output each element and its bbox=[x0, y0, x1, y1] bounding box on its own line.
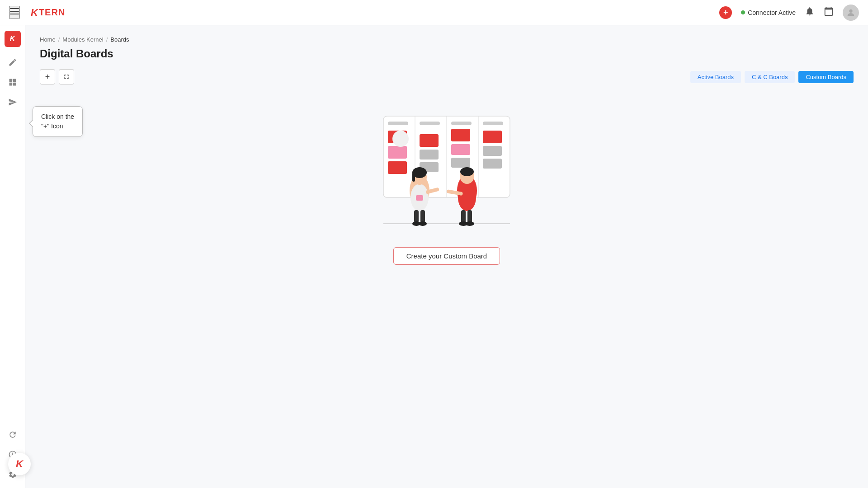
svg-rect-22 bbox=[451, 129, 470, 141]
svg-rect-31 bbox=[416, 195, 423, 201]
svg-rect-15 bbox=[483, 122, 503, 125]
svg-point-3 bbox=[849, 9, 852, 12]
logo: K TERN bbox=[31, 7, 65, 19]
sidebar-grid-icon[interactable] bbox=[5, 74, 21, 90]
tab-cc-boards[interactable]: C & C Boards bbox=[745, 71, 795, 83]
svg-rect-5 bbox=[13, 79, 16, 82]
toolbar: + Active Boards C & C Boards Custom Boar… bbox=[40, 69, 854, 84]
breadcrumb-home[interactable]: Home bbox=[40, 36, 56, 43]
illustration-area: Create your Custom Board bbox=[40, 103, 854, 265]
add-board-button[interactable]: + bbox=[40, 69, 55, 84]
avatar[interactable] bbox=[843, 5, 859, 21]
sidebar-badge: K bbox=[5, 31, 21, 47]
illustration-wrapper bbox=[347, 103, 546, 238]
tab-custom-boards[interactable]: Custom Boards bbox=[798, 71, 854, 83]
breadcrumb: Home / Modules Kernel / Boards bbox=[40, 36, 854, 43]
svg-rect-27 bbox=[483, 159, 502, 169]
breadcrumb-sep1: / bbox=[58, 36, 60, 43]
create-custom-board-button[interactable]: Create your Custom Board bbox=[393, 247, 500, 265]
svg-rect-24 bbox=[451, 158, 470, 168]
sidebar: K bbox=[0, 25, 25, 488]
board-illustration bbox=[347, 103, 546, 238]
svg-rect-19 bbox=[420, 134, 439, 147]
connector-label: Connector Active bbox=[748, 9, 796, 16]
connector-dot bbox=[741, 10, 745, 14]
topbar-actions: + Connector Active bbox=[719, 5, 859, 21]
svg-rect-26 bbox=[483, 146, 502, 156]
page-title: Digital Boards bbox=[40, 47, 854, 60]
svg-rect-4 bbox=[9, 79, 12, 82]
breadcrumb-current: Boards bbox=[110, 36, 129, 43]
tooltip-line2: "+" Icon bbox=[41, 122, 63, 130]
calendar-icon[interactable] bbox=[824, 6, 834, 19]
sidebar-edit-icon[interactable] bbox=[5, 54, 21, 70]
tab-active-boards[interactable]: Active Boards bbox=[690, 71, 741, 83]
toolbar-left: + bbox=[40, 69, 74, 84]
notification-icon[interactable] bbox=[805, 6, 815, 19]
svg-rect-20 bbox=[420, 150, 439, 160]
tooltip-line1: Click on the bbox=[41, 113, 74, 120]
svg-rect-1 bbox=[10, 11, 19, 12]
sidebar-send-icon[interactable] bbox=[5, 94, 21, 110]
svg-point-49 bbox=[392, 131, 409, 147]
svg-rect-17 bbox=[388, 146, 407, 159]
topbar: K TERN + Connector Active bbox=[0, 0, 868, 25]
svg-rect-25 bbox=[483, 131, 502, 143]
svg-rect-23 bbox=[451, 144, 470, 155]
svg-rect-2 bbox=[10, 14, 19, 14]
menu-icon[interactable] bbox=[9, 6, 20, 19]
svg-rect-36 bbox=[420, 210, 425, 223]
svg-rect-18 bbox=[388, 161, 407, 174]
svg-point-41 bbox=[458, 184, 476, 211]
connector-status: Connector Active bbox=[741, 9, 796, 16]
svg-point-43 bbox=[460, 167, 474, 176]
breadcrumb-modules[interactable]: Modules Kernel bbox=[62, 36, 103, 43]
tooltip-balloon: Click on the "+" Icon bbox=[33, 106, 83, 137]
breadcrumb-sep2: / bbox=[106, 36, 108, 43]
svg-rect-0 bbox=[10, 8, 19, 9]
topbar-add-button[interactable]: + bbox=[719, 6, 732, 19]
svg-rect-7 bbox=[13, 83, 16, 86]
svg-rect-12 bbox=[388, 122, 408, 125]
logo-text: TERN bbox=[39, 7, 65, 18]
bottom-k-label: K bbox=[16, 458, 23, 470]
main-content: Home / Modules Kernel / Boards Digital B… bbox=[25, 25, 868, 488]
svg-point-47 bbox=[465, 221, 474, 226]
sidebar-badge-label: K bbox=[10, 35, 15, 43]
toolbar-right: Active Boards C & C Boards Custom Boards bbox=[690, 71, 854, 83]
svg-rect-34 bbox=[412, 173, 415, 182]
expand-button[interactable] bbox=[59, 69, 74, 84]
bottom-k-badge[interactable]: K bbox=[8, 453, 31, 475]
svg-rect-6 bbox=[9, 83, 12, 86]
sidebar-refresh-icon[interactable] bbox=[5, 427, 21, 443]
svg-rect-13 bbox=[420, 122, 440, 125]
logo-k: K bbox=[31, 7, 38, 19]
svg-rect-14 bbox=[451, 122, 472, 125]
svg-point-38 bbox=[419, 221, 427, 226]
svg-rect-35 bbox=[414, 210, 419, 223]
